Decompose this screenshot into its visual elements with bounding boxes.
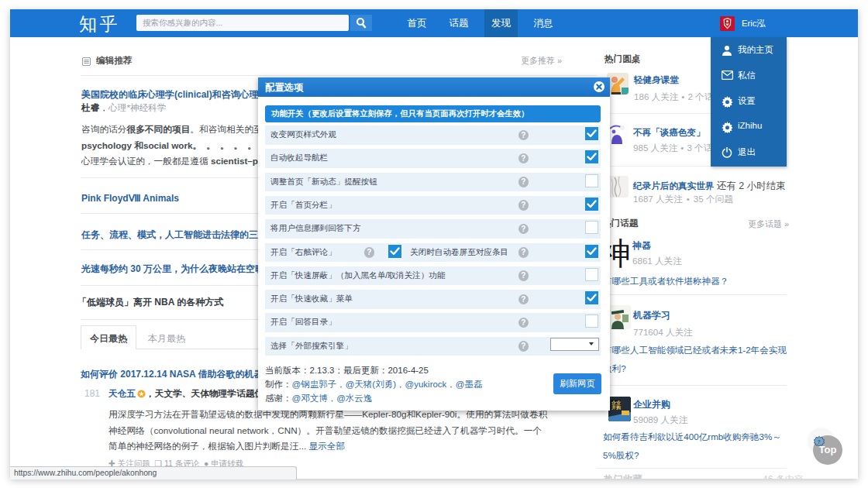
svg-text:?: ?	[818, 439, 821, 445]
svg-text:企业: 企业	[611, 400, 621, 405]
svg-text:并购: 并购	[611, 404, 621, 411]
